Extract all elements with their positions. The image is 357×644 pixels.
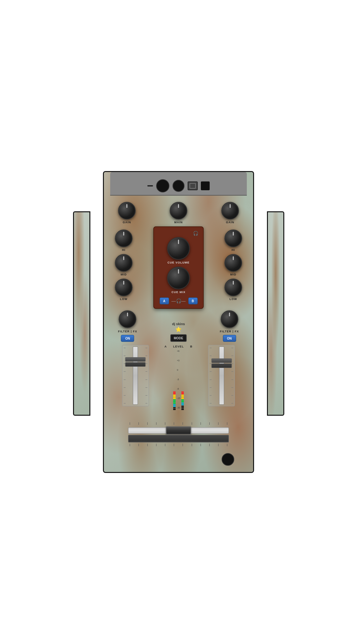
vu-seg: [181, 404, 184, 405]
main-knob[interactable]: [170, 202, 187, 219]
cf-tick: [156, 444, 156, 446]
bottom-area: [115, 450, 242, 469]
cf-tick: [147, 444, 148, 446]
tick: [231, 371, 233, 372]
vu-seg: [173, 404, 176, 405]
hi-right-knob[interactable]: [224, 230, 242, 247]
vu-seg: [173, 398, 176, 399]
usb-port: [188, 181, 198, 190]
gain-left-knob[interactable]: [118, 202, 136, 219]
low-right-knob[interactable]: [224, 279, 242, 296]
fader-b-ticks-left: [210, 345, 212, 406]
cue-volume-knob[interactable]: [167, 237, 190, 260]
vu-scale-6m: -6: [177, 388, 180, 390]
channel-b-fader: [203, 345, 241, 406]
channel-a-inner-track: [133, 347, 138, 405]
fader-b-cap-top[interactable]: [211, 358, 232, 363]
cue-a-button[interactable]: A: [160, 297, 169, 304]
tick: [231, 387, 233, 388]
cf-tick: [218, 422, 218, 425]
crossfader-handle[interactable]: [166, 426, 191, 435]
tick: [124, 403, 126, 403]
cf-tick: [201, 444, 201, 446]
vu-label-b: B: [190, 345, 193, 348]
cue-mix-label: CUE MIX: [172, 291, 186, 294]
top-bar: [110, 172, 247, 196]
tick: [210, 403, 212, 403]
fader-b-cap-bottom[interactable]: [211, 364, 232, 368]
hi-left-knob[interactable]: [115, 230, 133, 247]
vu-scale-6p: +6: [177, 350, 180, 352]
cf-tick: [139, 422, 139, 425]
cf-tick: [174, 444, 174, 446]
mixer-wrapper: GAIN MAIN GAIN: [89, 161, 268, 483]
vu-scale-15m: -15: [177, 397, 180, 399]
mid-right-knob[interactable]: [224, 254, 242, 272]
mid-left-knob[interactable]: [115, 254, 133, 272]
mode-button[interactable]: MODE: [170, 334, 187, 342]
vu-seg: [173, 407, 176, 408]
vu-seg: [181, 409, 184, 410]
vu-label-a: A: [164, 345, 167, 348]
fader-a-cap-bottom[interactable]: [125, 362, 146, 367]
gain-left-label: GAIN: [123, 221, 131, 224]
main-panel: GAIN MAIN GAIN: [110, 196, 247, 472]
gain-right-knob[interactable]: [221, 202, 239, 219]
vu-channel-a: [173, 349, 176, 410]
channel-b-track: [208, 345, 235, 406]
crossfader-ticks-bottom: [128, 444, 229, 447]
tick: [145, 371, 147, 372]
cf-tick: [209, 444, 210, 446]
vu-label-row: A LEVEL B: [164, 345, 192, 348]
on-button-left[interactable]: ON: [121, 335, 134, 342]
right-eq-column: HI MID LOW: [224, 226, 242, 301]
left-eq-column: HI MID LOW: [115, 226, 133, 301]
dj-logo-text: dj skins: [172, 322, 185, 326]
vu-seg: [181, 396, 184, 397]
low-right-label: LOW: [230, 297, 237, 301]
vu-scale-0: 0: [177, 369, 180, 371]
bottom-circle: [222, 453, 234, 466]
fader-b-ticks-right: [231, 345, 233, 406]
cf-tick: [227, 422, 227, 425]
cue-panel: 🎧 CUE VOLUME CUE MIX A —🎧— B: [153, 226, 204, 309]
cf-tick: [156, 422, 156, 425]
low-left-knob[interactable]: [115, 279, 133, 296]
hi-right-label: HI: [232, 248, 235, 252]
gain-right-group: GAIN: [221, 202, 239, 224]
tick: [124, 387, 126, 388]
tick: [210, 380, 212, 380]
tick: [145, 403, 147, 403]
vu-scale-30m: -30: [177, 407, 180, 409]
crossfader-ticks-top: [128, 422, 229, 426]
vu-seg: [181, 407, 184, 408]
cf-tick: [227, 444, 227, 446]
channel-a-fader: [116, 345, 154, 406]
tick: [231, 364, 233, 364]
tick: [231, 403, 233, 403]
filter-left-label: FILTER | FX: [118, 330, 137, 333]
filter-left-knob[interactable]: [119, 310, 136, 328]
cue-b-button[interactable]: B: [188, 297, 198, 304]
cue-mix-knob[interactable]: [167, 267, 190, 289]
tick: [145, 364, 147, 364]
vu-scale: +6 +3 0 -3 -6 -15 -30: [177, 349, 180, 410]
fader-section: A LEVEL B: [115, 345, 242, 420]
crossfader-track: [128, 427, 229, 434]
gain-right-label: GAIN: [226, 221, 235, 224]
on-button-right[interactable]: ON: [223, 335, 236, 342]
mixer-body: GAIN MAIN GAIN: [103, 171, 254, 473]
tick: [210, 371, 212, 372]
crossfader-lower-handle[interactable]: [128, 435, 229, 442]
filter-fx-right-section: FILTER | FX ON: [220, 310, 239, 342]
tick: [124, 371, 126, 372]
main-label: MAIN: [174, 221, 183, 224]
fader-a-cap-top[interactable]: [125, 357, 146, 362]
tick: [210, 395, 212, 396]
vu-scale-3p: +3: [177, 359, 180, 362]
tick: [231, 395, 233, 396]
filter-right-knob[interactable]: [221, 310, 238, 328]
cue-buttons-row: A —🎧— B: [160, 297, 198, 304]
tick: [124, 380, 126, 380]
low-left-label: LOW: [120, 297, 128, 301]
